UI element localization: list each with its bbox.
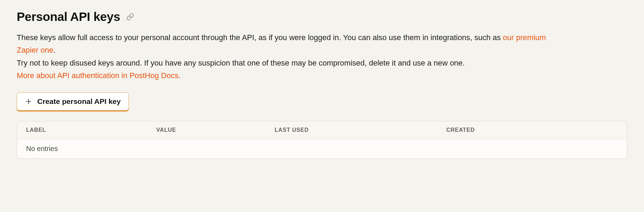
api-keys-table: LABEL VALUE LAST USED CREATED No entries — [17, 121, 627, 159]
create-button-label: Create personal API key — [37, 97, 121, 106]
description-block: These keys allow full access to your per… — [17, 31, 556, 82]
plus-icon — [25, 98, 32, 105]
table-empty-state: No entries — [26, 145, 618, 153]
description-text-1-suffix: . — [53, 46, 55, 54]
description-text-1: These keys allow full access to your per… — [17, 33, 503, 42]
column-header-last-used: LAST USED — [275, 127, 446, 133]
table-header: LABEL VALUE LAST USED CREATED — [17, 121, 627, 139]
create-api-key-button[interactable]: Create personal API key — [17, 92, 129, 111]
table-body: No entries — [17, 139, 627, 158]
description-text-2: Try not to keep disused keys around. If … — [17, 59, 465, 67]
column-header-created: CREATED — [446, 127, 618, 133]
link-icon[interactable] — [126, 13, 134, 21]
page-title: Personal API keys — [17, 10, 120, 24]
heading-row: Personal API keys — [17, 10, 627, 24]
column-header-label: LABEL — [26, 127, 156, 133]
docs-link[interactable]: More about API authentication in PostHog… — [17, 71, 181, 80]
column-header-value: VALUE — [156, 127, 275, 133]
